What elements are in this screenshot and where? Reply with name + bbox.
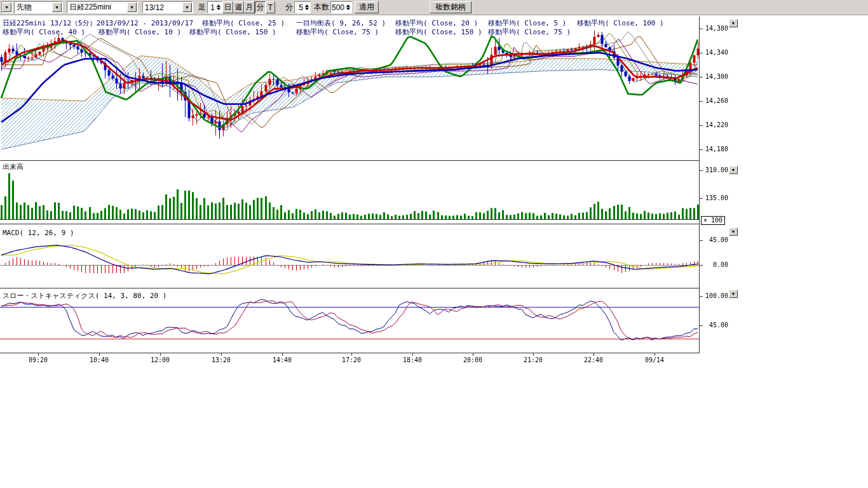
stoch-pane-menu-button[interactable]: ▼ — [729, 290, 738, 298]
chevron-down-icon[interactable]: ▼ — [52, 3, 62, 12]
period-day-button[interactable]: 日 — [222, 1, 233, 13]
period-week-button[interactable]: 週 — [233, 1, 244, 13]
chevron-down-icon[interactable]: ▼ — [2, 3, 11, 12]
spinner-arrows-icon[interactable] — [215, 4, 221, 10]
period-tick-button[interactable]: T — [266, 1, 275, 13]
contract-month-dropdown[interactable]: 13/12 ▼ — [142, 1, 193, 13]
chevron-down-icon[interactable]: ▼ — [127, 3, 137, 12]
macd-pane-menu-button[interactable]: ▼ — [729, 227, 738, 236]
chevron-down-icon[interactable]: ▼ — [182, 3, 192, 12]
price-pane-menu-button[interactable]: ▼ — [729, 19, 738, 27]
symbol-dropdown[interactable]: 日経225mini ▼ — [67, 1, 138, 13]
bar-count-value: 500 — [331, 3, 345, 12]
period-minute-button[interactable]: 分 — [255, 1, 266, 13]
contract-month-value: 13/12 — [143, 3, 166, 12]
interval-spinner[interactable]: 1 — [207, 1, 222, 13]
apply-button[interactable]: 適用 — [355, 1, 379, 13]
volume-pane-menu-button[interactable]: ▼ — [729, 166, 738, 174]
minutes-spinner[interactable]: 5 — [294, 1, 311, 13]
minutes-label: 分 — [285, 2, 293, 13]
bar-count-label: 本数 — [314, 2, 329, 13]
symbol-dropdown-value: 日経225mini — [67, 2, 113, 13]
multi-symbol-button[interactable]: 複数銘柄 — [430, 1, 471, 13]
main-toolbar: ▼ 先物 ▼ 日経225mini ▼ 13/12 ▼ 足 1 日 週 月 分 T… — [0, 0, 868, 15]
minutes-value: 5 — [295, 3, 304, 12]
market-dropdown-value: 先物 — [15, 2, 34, 13]
spinner-arrows-icon[interactable] — [304, 4, 309, 10]
bar-type-label: 足 — [198, 2, 206, 13]
blank-dropdown[interactable]: ▼ — [1, 1, 13, 13]
market-dropdown[interactable]: 先物 ▼ — [14, 1, 63, 13]
chart-canvas[interactable] — [0, 0, 740, 372]
interval-value: 1 — [208, 3, 215, 12]
spinner-arrows-icon[interactable] — [345, 4, 351, 10]
bar-count-spinner[interactable]: 500 — [330, 1, 352, 13]
period-month-button[interactable]: 月 — [244, 1, 255, 13]
